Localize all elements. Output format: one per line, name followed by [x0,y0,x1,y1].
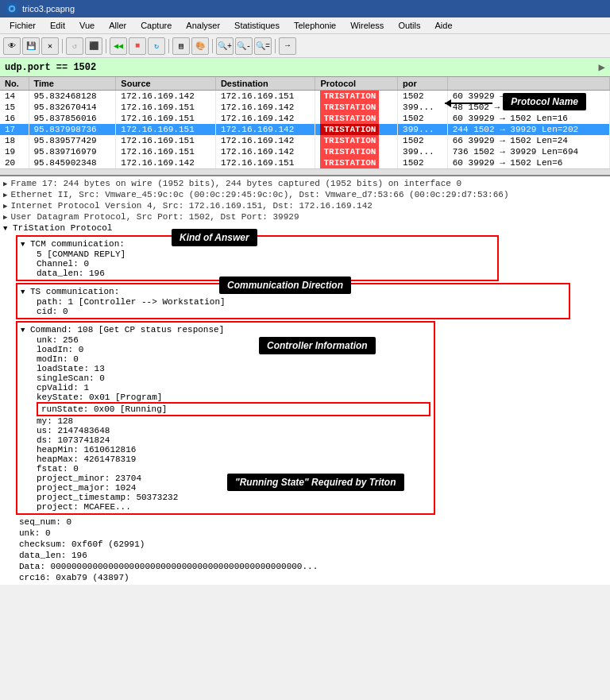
cell-port: 1502 [398,91,448,102]
menu-aller[interactable]: Aller [102,19,133,32]
toolbar-restart[interactable]: ↻ [148,37,165,55]
controller-info-annotation: Controller Information [259,337,376,354]
menu-edit[interactable]: Edit [44,19,71,32]
menu-analyser[interactable]: Analyser [180,19,226,32]
col-time: Time [29,77,116,91]
toolbar-open[interactable]: 👁 [3,37,21,55]
cell-no: 14 [0,91,29,102]
packet-table: No. Time Source Destination Protocol por… [0,77,610,168]
cell-protocol: TRISTATION [315,91,398,102]
cell-info: 66 39929 → 1502 Len=24 [447,135,609,146]
menu-telephonie[interactable]: Telephonie [288,19,342,32]
ip-label: Internet Protocol Version 4, Src: 172.16… [10,201,372,211]
menu-fichier[interactable]: Fichier [3,19,42,32]
cell-dst: 172.16.169.142 [215,135,315,146]
ethernet-section[interactable]: ▶ Ethernet II, Src: Vmware_45:9c:0c (00:… [0,189,610,200]
toolbar-filter[interactable]: ▤ [172,37,190,55]
footer-field-line: checksum: 0xf60f (62991) [13,539,610,550]
packet-table-container[interactable]: No. Time Source Destination Protocol por… [0,77,610,168]
toolbar-close[interactable]: ✕ [41,37,59,55]
frame-label: Frame 17: 244 bytes on wire (1952 bits),… [10,179,461,188]
cell-info: 244 1502 → 39929 Len=202 [447,124,609,135]
footer-field-line: seq_num: 0 [13,516,610,528]
command-field-line: cpValid: 1 [37,383,430,393]
menu-outils[interactable]: Outils [392,19,427,32]
udp-section[interactable]: ▶ User Datagram Protocol, Src Port: 1502… [0,211,610,222]
filter-input[interactable] [5,62,594,73]
cell-no: 20 [0,157,29,168]
command-field-line: heapMax: 4261478319 [37,454,430,464]
tcm-label-line[interactable]: ▼ TCM communication: [21,238,494,249]
toolbar-reload[interactable]: ↺ [66,37,83,55]
table-row[interactable]: 20 95.845902348 172.16.169.142 172.16.16… [0,157,610,168]
collapse-icon: ▶ [3,180,7,188]
command-field-line: heapMin: 1610612816 [37,445,430,454]
cell-port: 1502 [398,157,448,168]
tcm-value: 5 [COMMAND REPLY] [21,249,494,259]
cell-no: 16 [0,113,29,124]
command-field-line: ds: 1073741824 [37,435,430,445]
cell-port: 399... [398,146,448,157]
menu-aide[interactable]: Aide [429,19,459,32]
cell-no: 19 [0,146,29,157]
toolbar-separator-2 [106,39,106,53]
ts-icon: ▼ [21,288,25,296]
tcm-channel: Channel: 0 [21,259,494,269]
toolbar: 👁 💾 ✕ ↺ ⬛ ◀◀ ■ ↻ ▤ 🎨 🔍+ 🔍- 🔍= → [0,34,610,58]
tcm-label: TCM communication: [30,239,125,249]
menu-statistiques[interactable]: Statistiques [228,19,286,32]
detail-pane: ▶ Frame 17: 244 bytes on wire (1952 bits… [0,175,610,585]
tristation-section[interactable]: ▼ TriStation Protocol [0,222,610,234]
command-label-line[interactable]: ▼ Command: 108 [Get CP status response] [21,324,430,335]
collapse-icon: ▶ [3,213,7,222]
toolbar-separator-3 [168,39,169,53]
menu-capture[interactable]: Capture [134,19,178,32]
toolbar-color[interactable]: 🎨 [191,37,209,55]
toolbar-stop[interactable]: ⬛ [85,37,102,55]
ip-section[interactable]: ▶ Internet Protocol Version 4, Src: 172.… [0,200,610,211]
tcm-block: ▼ TCM communication: 5 [COMMAND REPLY] C… [16,235,499,281]
col-source: Source [116,77,216,91]
ts-cid: cid: 0 [21,307,566,316]
toolbar-zoom-reset[interactable]: 🔍= [254,37,272,55]
col-protocol: Protocol [315,77,398,91]
cell-no: 17 [0,124,29,135]
protocol-name-arrow [445,102,492,104]
ts-region: Communication Direction ▼ TS communicati… [13,283,610,319]
command-field-line: my: 128 [37,416,430,426]
cell-dst: 172.16.169.142 [215,146,315,157]
toolbar-zoom-in[interactable]: 🔍+ [216,37,234,55]
command-label: Command: 108 [Get CP status response] [30,325,224,335]
running-state-annotation: "Running State" Required by Triton [227,474,404,491]
footer-field-line: crc16: 0xab79 (43897) [13,572,610,583]
menu-wireless[interactable]: Wireless [344,19,390,32]
frame-section[interactable]: ▶ Frame 17: 244 bytes on wire (1952 bits… [0,178,610,189]
toolbar-zoom-out[interactable]: 🔍- [235,37,253,55]
tcm-datalen-text: data_len: 196 [37,269,105,278]
footer-field-line: Data: 0000000000000000000000000000000000… [13,561,610,572]
toolbar-start-capture[interactable]: ◀◀ [110,37,127,55]
kind-of-answer-annotation: Kind of Answer [172,229,257,246]
table-row[interactable]: 17 95.837998736 172.16.169.151 172.16.16… [0,124,610,135]
table-row[interactable]: 18 95.839577429 172.16.169.151 172.16.16… [0,135,610,146]
menu-vue[interactable]: Vue [73,19,101,32]
command-field-line: us: 2147483648 [37,426,430,435]
command-region: Controller Information "Running State" R… [13,321,610,515]
col-destination: Destination [215,77,315,91]
table-row[interactable]: 19 95.839716979 172.16.169.151 172.16.16… [0,146,610,157]
cell-no: 18 [0,135,29,146]
table-scrollbar[interactable] [0,168,610,175]
filter-arrow-icon: ▶ [599,60,605,74]
toolbar-arrow[interactable]: → [279,37,296,55]
cell-src: 172.16.169.151 [116,146,216,157]
toolbar-save[interactable]: 💾 [22,37,40,55]
command-field-line: runState: 0x00 [Running] [37,402,430,416]
cell-dst: 172.16.169.142 [215,102,315,113]
cell-dst: 172.16.169.151 [215,157,315,168]
toolbar-stop-capture[interactable]: ■ [129,37,146,55]
table-row[interactable]: 16 95.837856016 172.16.169.151 172.16.16… [0,113,610,124]
cell-time: 95.832468128 [29,91,116,102]
window-title: trico3.pcapng [22,4,75,14]
collapse-icon: ▶ [3,191,7,199]
ts-path-text: path: 1 [Controller --> Workstation] [37,297,226,307]
